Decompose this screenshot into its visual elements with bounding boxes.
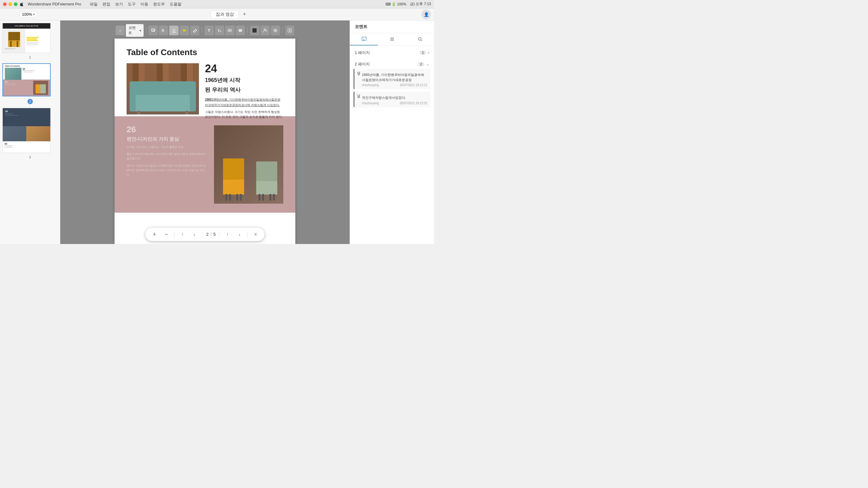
zoom-in-button[interactable]: +	[150, 230, 158, 238]
chevron-down-icon: ›	[428, 51, 429, 55]
section-26-body1: 순박함, 장인정신, 기품있는 기능과 훌륭한 재료.	[127, 145, 208, 150]
page-2-header[interactable]: 2 페이지 2 ⌄	[353, 60, 430, 69]
nav-divider-4	[247, 231, 248, 237]
comment-1-meta: chezhouying 30/07/2021 19:12:21	[362, 84, 427, 87]
prev-page-button[interactable]: ↑	[223, 230, 232, 238]
panel-tab-search[interactable]	[406, 33, 434, 45]
comment-1[interactable]: U 1965년여름, 기이한벤쿠바아침의일광속에서젊은덴마크제작가가새로운공장 …	[353, 69, 430, 89]
svg-point-17	[264, 29, 266, 30]
svg-text:S: S	[162, 28, 164, 33]
pdf-page: Table of Contents	[115, 38, 296, 244]
toolbar-separator-3	[247, 27, 248, 34]
comment-tab-icon	[361, 36, 367, 42]
svg-text:U: U	[173, 28, 175, 32]
fit-page-button[interactable]: ↑	[178, 230, 187, 238]
comment-mode-label[interactable]: 코멘트 ▾	[126, 24, 144, 37]
annotation-toolbar: ‹ 코멘트 ▾ S U	[116, 24, 294, 37]
nav-divider-2	[202, 231, 203, 237]
fullscreen-button[interactable]	[14, 2, 18, 6]
page-thumb-2[interactable]: Table of Contents 24 1965년에 시작 된 우리의 역사 …	[2, 63, 58, 104]
zoom-out-button[interactable]: −	[162, 230, 170, 238]
page-title: Table of Contents	[127, 47, 283, 57]
svg-rect-12	[228, 29, 232, 30]
comment-2-type-icon: U	[358, 94, 360, 98]
eraser-tool[interactable]	[190, 26, 199, 35]
toolbar-separator-1	[146, 27, 146, 34]
comment-2[interactable]: U 작인구에자랑스럽게서있었다. chezhouying 30/07/2021 …	[353, 92, 430, 107]
menu-window[interactable]: 윈도우	[153, 1, 165, 7]
tab-name[interactable]: 집과 영감	[211, 10, 239, 19]
section-24-body: 그들은 자랑스러웠다. 크기는 작았 지만 한벽하게 형성된 공간이었다. 이 …	[205, 110, 283, 119]
svg-rect-16	[239, 31, 242, 32]
nav-divider-3	[219, 231, 220, 237]
panel-tab-comment[interactable]	[350, 33, 378, 45]
next-page-button[interactable]: ↓	[236, 230, 244, 238]
person-tool[interactable]	[260, 26, 270, 35]
zoom-control[interactable]: 100% ▾	[19, 11, 37, 18]
strikethrough-tool[interactable]: S	[159, 26, 168, 35]
zoom-chevron-icon[interactable]: ▾	[33, 13, 35, 16]
expand-panel-button[interactable]	[285, 26, 294, 35]
toolbar-separator-4	[282, 27, 283, 34]
list-tool[interactable]	[236, 26, 245, 35]
underline-tool[interactable]: U	[169, 26, 179, 35]
svg-rect-8	[184, 30, 185, 31]
close-nav-button[interactable]: ✕	[251, 230, 260, 238]
comment-2-text: 작인구에자랑스럽게서있었다.	[362, 95, 427, 100]
nav-back-button[interactable]: ‹	[116, 26, 125, 35]
menu-view[interactable]: 보기	[115, 1, 123, 7]
section-24: 24 1965년에 시작 된 우리의 역사 19651965년여름, 기이한벤쿠…	[127, 63, 283, 119]
panel-title: 코멘트	[350, 21, 434, 33]
battery-display: ⌨ 🔋 100%	[385, 2, 406, 6]
right-panel: 코멘트 1 페이지	[350, 21, 434, 244]
panel-tabs	[350, 33, 434, 46]
svg-rect-23	[362, 37, 366, 40]
list-tab-icon	[390, 36, 395, 42]
color-picker[interactable]	[250, 26, 259, 35]
page-3-label: 3	[29, 156, 31, 159]
fit-width-button[interactable]: ↓	[190, 230, 198, 238]
section-26-text: 26 편안-디자인의 가치 중심 순박함, 장인정신, 기품있는 기능과 훌륭한…	[127, 125, 208, 204]
close-button[interactable]	[3, 2, 7, 6]
page-thumb-3[interactable]: 28 덴마크 데 기능 역사 기이한벤쿠바아침의 일광 속에서 30 새로운 공…	[2, 108, 58, 160]
sidebar: COLUMBIA COLLECTIVE 앞면에 시작된 우리의 역사	[0, 21, 60, 244]
menu-help[interactable]: 도움말	[170, 1, 181, 7]
panel-tab-list[interactable]	[378, 33, 406, 45]
comment-2-meta: chezhouying 30/07/2021 19:12:52	[362, 101, 427, 105]
svg-rect-14	[239, 29, 242, 30]
menu-tools[interactable]: 도구	[128, 1, 135, 7]
dropdown-icon: ▾	[140, 29, 141, 32]
sticky-note-tool[interactable]	[149, 26, 158, 35]
app-name: Wondershare PDFelement Pro	[28, 2, 82, 6]
chairs-image	[214, 125, 283, 204]
add-tab-button[interactable]: +	[241, 11, 248, 18]
main-layout: COLUMBIA COLLECTIVE 앞면에 시작된 우리의 역사	[0, 21, 434, 244]
minimize-button[interactable]	[8, 2, 12, 6]
svg-text:A: A	[219, 30, 221, 33]
menu-file[interactable]: 파일	[90, 1, 98, 7]
search-tab-icon	[417, 36, 423, 42]
user-avatar: 👤	[421, 10, 431, 19]
comment-1-type-icon: U	[358, 71, 360, 75]
svg-rect-21	[288, 29, 289, 32]
section-24-number: 24	[205, 63, 283, 74]
section-24-underline: 19651965년여름, 기이한벤쿠바아침의일광속에서젊은덴마크제작가가새로운공…	[205, 98, 280, 107]
menu-move[interactable]: 이동	[141, 1, 148, 7]
text-tool[interactable]: T	[204, 26, 214, 35]
menu-edit[interactable]: 편집	[102, 1, 110, 7]
page-1-header[interactable]: 1 페이지 2 ›	[353, 48, 430, 57]
svg-line-28	[421, 40, 422, 41]
svg-text:T: T	[208, 28, 210, 33]
shape-tool[interactable]	[271, 26, 280, 35]
svg-rect-13	[228, 31, 232, 32]
page-1-label: 1	[29, 56, 31, 59]
page-2-badge: 2	[27, 99, 33, 104]
titlebar-right: ⌨ 🔋 100% 금) 오후 7:13	[385, 1, 431, 7]
thumb2-title: Table of Contents	[5, 65, 48, 67]
form-tool[interactable]	[225, 26, 235, 35]
chevron-up-icon: ⌄	[426, 62, 429, 66]
section-26-body2: 좋은 디자인의 핵심에는 전선자에 대한 높은 수준의 존중과 배려가 필요합니…	[127, 152, 208, 161]
text-format-tool[interactable]: TA	[215, 26, 224, 35]
page-thumb-1[interactable]: COLUMBIA COLLECTIVE 앞면에 시작된 우리의 역사	[2, 23, 58, 60]
highlight-tool[interactable]	[180, 26, 189, 35]
